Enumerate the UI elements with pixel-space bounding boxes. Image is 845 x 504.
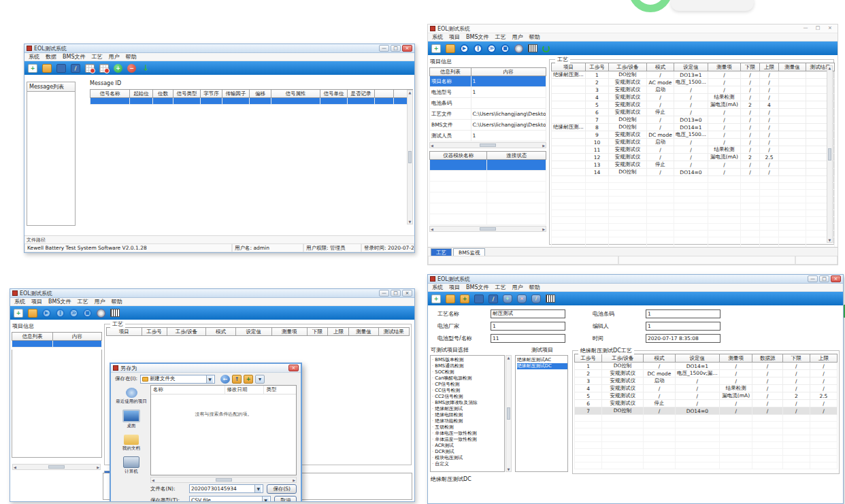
table-cell[interactable]: 2 <box>575 370 602 377</box>
table-cell[interactable]: DO13=0 <box>674 116 708 124</box>
table-cell[interactable] <box>779 161 806 169</box>
table-cell[interactable]: DO13=1 <box>674 71 708 79</box>
table-cell[interactable]: 安规测试仪 <box>609 94 647 101</box>
table-cell[interactable] <box>552 86 586 94</box>
table-cell[interactable]: 1 <box>471 87 546 98</box>
time-input[interactable]: 2020-07-17 8:35:08 <box>646 334 720 343</box>
table-cell[interactable]: 1 <box>471 131 546 141</box>
menu-item[interactable]: 系统 <box>14 298 25 305</box>
new-file-icon[interactable]: + <box>14 309 23 318</box>
table-cell[interactable]: / <box>752 370 782 377</box>
dialog-close-button[interactable]: × <box>288 365 299 371</box>
table-cell[interactable]: / <box>810 407 837 415</box>
column-header[interactable]: 工步/设备 <box>602 354 644 363</box>
menu-item[interactable]: 工艺 <box>77 298 88 305</box>
save-as-icon[interactable]: ∕ <box>71 64 80 73</box>
table-cell[interactable]: / <box>760 131 779 139</box>
tree-item[interactable]: 绝缘电阻检测 <box>432 412 504 418</box>
table-cell[interactable]: / <box>644 407 675 415</box>
table-cell[interactable]: / <box>644 392 675 400</box>
table-cell[interactable]: / <box>760 79 779 86</box>
table-cell[interactable]: DO控制 <box>609 124 647 131</box>
open-folder-icon[interactable] <box>446 295 455 303</box>
table-cell[interactable] <box>430 160 487 171</box>
menu-item[interactable]: 工艺 <box>495 33 506 41</box>
column-header[interactable]: 设定值 <box>235 328 272 336</box>
column-header[interactable]: 信号属性 <box>271 90 320 98</box>
column-header[interactable]: 信号单位 <box>320 90 348 98</box>
menu-item[interactable]: 数据 <box>46 53 56 61</box>
table-cell[interactable] <box>779 169 806 176</box>
table-cell[interactable] <box>552 161 586 169</box>
close-button[interactable]: × <box>825 25 835 32</box>
column-header[interactable]: 工步/设备 <box>609 63 647 71</box>
minimize-button[interactable]: — <box>808 275 818 282</box>
fast-forward-icon[interactable]: ≫ <box>487 44 496 53</box>
column-header[interactable]: 测量值 <box>349 328 378 336</box>
table-cell[interactable]: / <box>741 86 760 94</box>
column-header[interactable]: 下限 <box>741 63 760 71</box>
tree-item[interactable]: 单体温度一致性检测 <box>432 437 504 443</box>
table-cell[interactable] <box>12 341 53 348</box>
table-cell[interactable] <box>552 116 586 124</box>
table-cell[interactable]: / <box>674 139 708 146</box>
view-menu-icon[interactable]: ▾ <box>255 375 265 384</box>
table-cell[interactable]: 3 <box>575 377 602 385</box>
column-header[interactable]: 传输因子 <box>222 90 250 98</box>
table-cell[interactable]: 6 <box>575 400 602 407</box>
menu-item[interactable]: 用户 <box>512 33 523 41</box>
column-header[interactable]: 测量项 <box>272 328 308 336</box>
table-cell[interactable]: 安规测试仪 <box>602 392 644 400</box>
column-header[interactable]: 连接状态 <box>487 152 546 160</box>
recent-places-icon[interactable]: 最近使用的项目 <box>115 388 148 404</box>
table-cell[interactable]: 安规测试仪 <box>602 370 644 377</box>
process-name-input[interactable]: 耐压测试 <box>491 309 565 318</box>
table-cell[interactable] <box>779 109 806 116</box>
column-header[interactable]: 类型 <box>264 386 296 394</box>
column-header[interactable]: 模式 <box>647 63 674 71</box>
table-cell[interactable] <box>552 101 586 109</box>
open-folder-icon[interactable] <box>28 309 37 318</box>
table-cell[interactable]: DO控制 <box>609 169 647 176</box>
column-header[interactable]: 信号名称 <box>90 90 130 98</box>
horizontal-scrollbar[interactable]: ◀▶ <box>429 226 546 232</box>
table-cell[interactable]: / <box>675 377 719 385</box>
table-cell[interactable]: / <box>647 154 674 161</box>
column-header[interactable]: 项目 <box>107 328 142 336</box>
minimize-button[interactable]: — <box>379 290 389 297</box>
horizontal-scrollbar[interactable]: ◀▶ <box>150 477 297 483</box>
new-file-icon[interactable]: + <box>28 64 37 73</box>
disc-icon[interactable] <box>97 309 105 318</box>
menu-item[interactable]: 用户 <box>108 53 119 61</box>
menu-item[interactable]: BMS文件 <box>63 53 85 61</box>
table-cell[interactable]: / <box>647 124 674 131</box>
chevron-down-icon[interactable]: ▼ <box>254 485 261 492</box>
tree-item[interactable]: 绝缘功能检测 <box>432 418 504 424</box>
table-cell[interactable]: 安规测试仪 <box>609 154 647 161</box>
tree-item[interactable]: CC2信号检测 <box>432 394 504 400</box>
table-cell[interactable]: / <box>760 116 779 124</box>
table-cell[interactable]: 5 <box>575 392 602 400</box>
battery-maker-input[interactable]: 1 <box>491 322 565 331</box>
table-cell[interactable]: 2 <box>782 392 810 400</box>
table-cell[interactable]: / <box>644 385 675 392</box>
remove-icon[interactable]: − <box>127 64 136 73</box>
column-header[interactable]: 内容 <box>471 68 546 76</box>
menu-item[interactable]: 工艺 <box>495 284 506 291</box>
table-cell[interactable]: 电池型号 <box>430 87 471 98</box>
column-header[interactable]: 上限 <box>810 354 837 363</box>
table-cell[interactable]: / <box>741 94 760 101</box>
table-cell[interactable]: 8 <box>586 124 609 131</box>
table-cell[interactable]: 13 <box>586 161 609 169</box>
column-header[interactable]: 项目 <box>552 63 586 71</box>
table-cell[interactable] <box>201 98 222 105</box>
table-cell[interactable] <box>348 98 375 105</box>
table-cell[interactable] <box>552 154 586 161</box>
menu-item[interactable]: 工艺 <box>91 53 102 61</box>
table-cell[interactable] <box>552 79 586 86</box>
table-cell[interactable]: C:\Users\lichangjiang\Desktop\ <box>471 120 546 131</box>
table-cell[interactable]: / <box>708 161 741 169</box>
table-cell[interactable]: 启动 <box>647 86 674 94</box>
column-header[interactable]: 测量项 <box>719 354 752 363</box>
table-cell[interactable]: / <box>647 94 674 101</box>
